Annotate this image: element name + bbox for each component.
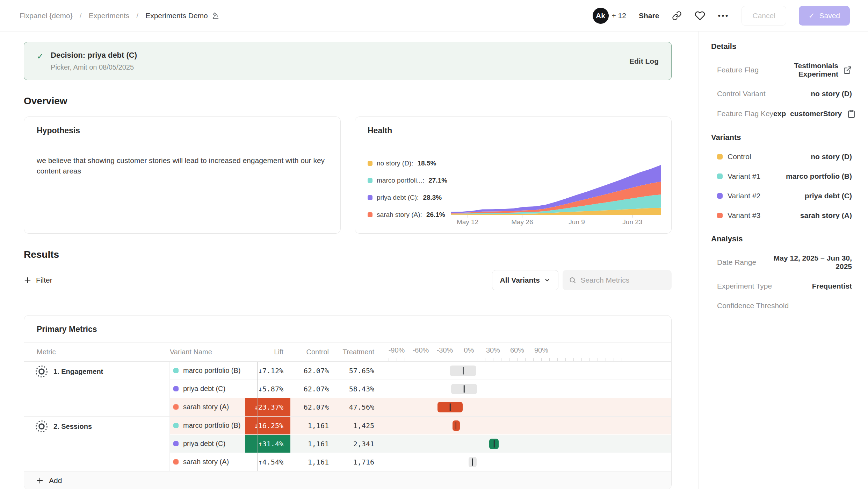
analysis-row: Date RangeMay 12, 2025 – Jun 30, 2025 xyxy=(711,254,852,271)
axis-tick xyxy=(485,358,485,361)
primary-metrics-card: Primary Metrics Metric Variant Name Lift… xyxy=(24,315,672,489)
col-metric: Metric xyxy=(24,348,170,356)
axis-tick xyxy=(509,358,509,361)
breadcrumb-current[interactable]: Experiments Demo xyxy=(145,12,220,20)
variant-label: Control xyxy=(728,153,751,161)
axis-tick xyxy=(654,358,654,361)
favorite-heart-icon[interactable] xyxy=(695,10,705,21)
details-section: Details Feature FlagTestimonials Experim… xyxy=(711,42,852,118)
collaborator-avatars[interactable]: Ak + 12 xyxy=(593,8,626,24)
hypothesis-text: we believe that showing customer stories… xyxy=(24,144,339,188)
topbar-actions: Ak + 12 Share ••• Cancel ✓ Saved xyxy=(593,6,850,26)
breadcrumb-project[interactable]: Fixpanel {demo} xyxy=(20,12,73,20)
plus-icon xyxy=(24,276,31,284)
axis-tick xyxy=(622,358,622,361)
table-row[interactable]: marco portfolio (B)↓7.12%62.07%57.65% xyxy=(170,362,671,380)
confidence-interval-cell xyxy=(381,398,671,416)
variant-name: priya debt (C) xyxy=(183,385,225,393)
metric-cell[interactable]: 2. Sessions xyxy=(24,417,170,471)
search-metrics-input[interactable] xyxy=(580,276,665,284)
variant-color-chip xyxy=(717,154,723,160)
variant-name: priya debt (C) xyxy=(183,440,225,448)
legend-color-chip xyxy=(368,195,372,200)
mean-marker xyxy=(455,422,456,429)
lift-value: ↓5.87% xyxy=(245,380,290,398)
axis-tick xyxy=(549,358,550,361)
variant-color-chip xyxy=(173,441,179,446)
avatar[interactable]: Ak xyxy=(593,8,609,24)
table-row[interactable]: marco portfolio (B)↓16.25%1,1611,425 xyxy=(170,417,671,435)
metric-cell[interactable]: 1. Engagement xyxy=(24,362,170,416)
variant-cell: marco portfolio (B) xyxy=(170,362,245,380)
variant-name: marco portfolio (B) xyxy=(183,367,241,375)
lift-value: ↓16.25% xyxy=(245,417,290,434)
x-axis-tick xyxy=(577,215,577,218)
more-options-button[interactable]: ••• xyxy=(718,11,729,20)
variant-label: Variant #1 xyxy=(728,172,760,180)
decision-banner: ✓ Decision: priya debt (C) Picker, Amit … xyxy=(24,42,672,80)
treatment-value: 2,341 xyxy=(336,435,381,453)
variant-color-chip xyxy=(173,423,179,428)
lift-axis: -90%-60%-30%0%30%60%90% xyxy=(381,343,671,361)
treatment-value: 1,716 xyxy=(336,453,381,471)
detail-value: exp_customerStory xyxy=(773,109,856,118)
health-area-chart: May 12May 26Jun 9Jun 23 xyxy=(451,144,661,228)
metric-group: 1. Engagementmarco portfolio (B)↓7.12%62… xyxy=(24,362,671,416)
search-metrics-box[interactable] xyxy=(563,270,672,290)
confidence-interval-cell xyxy=(381,380,671,398)
axis-tick xyxy=(533,358,534,361)
axis-tick xyxy=(557,358,558,361)
variant-cell: priya debt (C) xyxy=(170,435,245,453)
analysis-value: Frequentist xyxy=(812,282,852,290)
axis-tick xyxy=(453,358,453,361)
axis-tick xyxy=(606,358,606,361)
mean-marker xyxy=(494,440,495,447)
detail-row: Feature Flag Keyexp_customerStory xyxy=(711,109,852,118)
axis-tick xyxy=(461,358,461,361)
detail-value: no story (D) xyxy=(811,90,852,98)
analysis-label: Date Range xyxy=(717,258,756,267)
all-variants-dropdown[interactable]: All Variants xyxy=(492,270,558,290)
axis-tick xyxy=(565,358,566,361)
control-value: 62.07% xyxy=(290,362,336,380)
edit-log-button[interactable]: Edit Log xyxy=(629,57,659,65)
add-filter-button[interactable]: Filter xyxy=(24,274,52,286)
control-value: 1,161 xyxy=(290,417,336,434)
results-heading: Results xyxy=(24,249,672,260)
table-row[interactable]: priya debt (C)↑31.4%1,1612,341 xyxy=(170,435,671,453)
axis-label: -30% xyxy=(437,346,453,354)
variant-value: no story (D) xyxy=(811,153,852,161)
table-row[interactable]: sarah story (A)↑4.54%1,1611,716 xyxy=(170,453,671,471)
saved-button[interactable]: ✓ Saved xyxy=(799,6,850,26)
external-link-icon[interactable] xyxy=(843,65,852,75)
share-button[interactable]: Share xyxy=(639,12,659,20)
axis-tick xyxy=(573,358,574,361)
treatment-value: 58.43% xyxy=(336,380,381,398)
col-variant-name: Variant Name xyxy=(170,348,245,356)
legend-label: priya debt (C): xyxy=(377,194,419,201)
table-row[interactable]: sarah story (A)↓23.37%62.07%47.56% xyxy=(170,398,671,416)
add-metric-button[interactable]: Add xyxy=(24,471,671,489)
axis-tick xyxy=(493,358,493,361)
axis-tick xyxy=(598,358,598,361)
axis-tick xyxy=(477,358,477,361)
breadcrumb-experiments[interactable]: Experiments xyxy=(89,12,130,20)
copy-link-icon[interactable] xyxy=(672,10,682,21)
variant-cell: sarah story (A) xyxy=(170,453,245,471)
detail-label: Feature Flag Key xyxy=(717,109,773,118)
control-value: 62.07% xyxy=(290,380,336,398)
confidence-interval-cell xyxy=(381,362,671,380)
decision-title: Decision: priya debt (C) xyxy=(51,51,137,60)
breadcrumb-separator: / xyxy=(136,12,138,20)
table-row[interactable]: priya debt (C)↓5.87%62.07%58.43% xyxy=(170,380,671,398)
cancel-button[interactable]: Cancel xyxy=(742,6,786,26)
variant-row: Variant #1marco portfolio (B) xyxy=(711,172,852,180)
overview-heading: Overview xyxy=(24,95,672,107)
axis-tick xyxy=(646,358,646,361)
variant-cell: marco portfolio (B) xyxy=(170,417,245,434)
analysis-title: Analysis xyxy=(711,234,852,243)
axis-tick xyxy=(413,358,413,361)
variant-label: Variant #2 xyxy=(728,192,760,200)
clipboard-icon[interactable] xyxy=(847,109,856,118)
control-value: 1,161 xyxy=(290,453,336,471)
